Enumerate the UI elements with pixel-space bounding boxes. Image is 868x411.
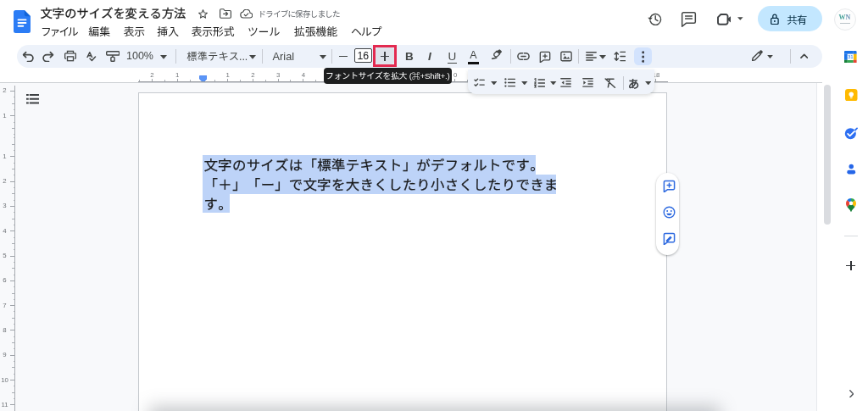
svg-text:31: 31 bbox=[848, 53, 854, 59]
